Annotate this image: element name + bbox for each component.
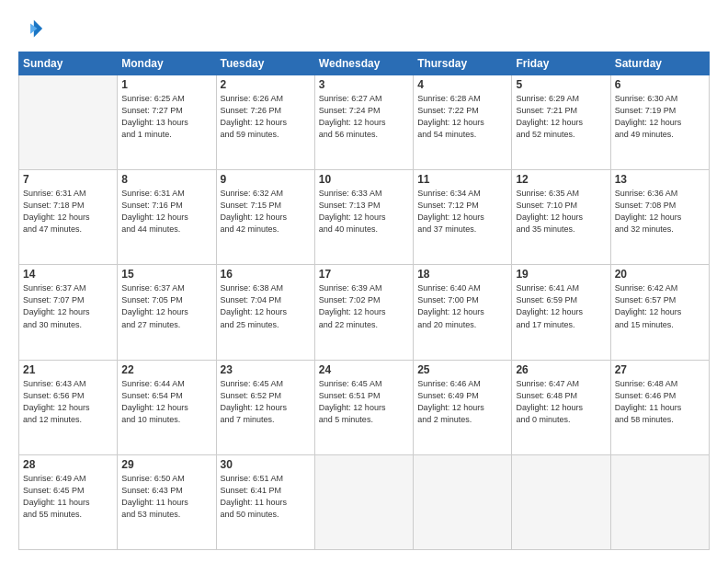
calendar-cell: 22Sunrise: 6:44 AM Sunset: 6:54 PM Dayli…	[118, 360, 216, 454]
day-number: 18	[417, 268, 507, 281]
day-number: 8	[121, 173, 211, 186]
calendar-cell: 11Sunrise: 6:34 AM Sunset: 7:12 PM Dayli…	[414, 170, 512, 265]
calendar-cell: 20Sunrise: 6:42 AM Sunset: 6:57 PM Dayli…	[610, 265, 709, 360]
page: SundayMondayTuesdayWednesdayThursdayFrid…	[0, 0, 728, 563]
day-number: 4	[417, 78, 507, 91]
calendar-cell: 17Sunrise: 6:39 AM Sunset: 7:02 PM Dayli…	[314, 265, 413, 360]
day-info: Sunrise: 6:45 AM Sunset: 6:51 PM Dayligh…	[319, 378, 409, 426]
weekday-header-row: SundayMondayTuesdayWednesdayThursdayFrid…	[19, 52, 710, 75]
day-info: Sunrise: 6:30 AM Sunset: 7:19 PM Dayligh…	[615, 93, 705, 141]
calendar-cell: 26Sunrise: 6:47 AM Sunset: 6:48 PM Dayli…	[512, 360, 610, 454]
calendar-week-1: 1Sunrise: 6:25 AM Sunset: 7:27 PM Daylig…	[19, 75, 710, 170]
day-number: 27	[615, 363, 705, 376]
day-info: Sunrise: 6:31 AM Sunset: 7:16 PM Dayligh…	[121, 188, 211, 236]
calendar-cell: 13Sunrise: 6:36 AM Sunset: 7:08 PM Dayli…	[610, 170, 709, 265]
calendar-cell: 10Sunrise: 6:33 AM Sunset: 7:13 PM Dayli…	[314, 170, 413, 265]
calendar-cell: 15Sunrise: 6:37 AM Sunset: 7:05 PM Dayli…	[118, 265, 216, 360]
calendar-cell: 29Sunrise: 6:50 AM Sunset: 6:43 PM Dayli…	[118, 454, 216, 549]
calendar-cell	[19, 75, 118, 170]
day-info: Sunrise: 6:33 AM Sunset: 7:13 PM Dayligh…	[319, 188, 409, 236]
day-number: 5	[516, 78, 606, 91]
calendar-cell: 7Sunrise: 6:31 AM Sunset: 7:18 PM Daylig…	[19, 170, 118, 265]
calendar-cell: 27Sunrise: 6:48 AM Sunset: 6:46 PM Dayli…	[610, 360, 709, 454]
day-info: Sunrise: 6:42 AM Sunset: 6:57 PM Dayligh…	[615, 282, 705, 330]
day-number: 12	[516, 173, 606, 186]
day-info: Sunrise: 6:26 AM Sunset: 7:26 PM Dayligh…	[221, 93, 311, 141]
day-number: 25	[417, 363, 507, 376]
calendar-week-3: 14Sunrise: 6:37 AM Sunset: 7:07 PM Dayli…	[19, 265, 710, 360]
day-info: Sunrise: 6:28 AM Sunset: 7:22 PM Dayligh…	[417, 93, 507, 141]
day-info: Sunrise: 6:44 AM Sunset: 6:54 PM Dayligh…	[121, 378, 211, 426]
day-info: Sunrise: 6:37 AM Sunset: 7:05 PM Dayligh…	[121, 282, 211, 330]
day-number: 26	[516, 363, 606, 376]
day-number: 21	[23, 363, 113, 376]
day-info: Sunrise: 6:48 AM Sunset: 6:46 PM Dayligh…	[615, 378, 705, 426]
calendar-cell: 16Sunrise: 6:38 AM Sunset: 7:04 PM Dayli…	[216, 265, 314, 360]
day-number: 13	[615, 173, 705, 186]
calendar-cell: 12Sunrise: 6:35 AM Sunset: 7:10 PM Dayli…	[512, 170, 610, 265]
calendar-cell: 5Sunrise: 6:29 AM Sunset: 7:21 PM Daylig…	[512, 75, 610, 170]
day-number: 11	[417, 173, 507, 186]
logo-icon	[18, 17, 44, 42]
day-number: 7	[23, 173, 113, 186]
day-number: 30	[221, 458, 311, 471]
day-info: Sunrise: 6:46 AM Sunset: 6:49 PM Dayligh…	[417, 378, 507, 426]
calendar-cell: 19Sunrise: 6:41 AM Sunset: 6:59 PM Dayli…	[512, 265, 610, 360]
logo	[18, 17, 48, 42]
day-info: Sunrise: 6:25 AM Sunset: 7:27 PM Dayligh…	[121, 93, 211, 141]
day-number: 10	[319, 173, 409, 186]
day-info: Sunrise: 6:40 AM Sunset: 7:00 PM Dayligh…	[417, 282, 507, 330]
day-info: Sunrise: 6:51 AM Sunset: 6:41 PM Dayligh…	[221, 473, 311, 521]
day-info: Sunrise: 6:36 AM Sunset: 7:08 PM Dayligh…	[615, 188, 705, 236]
calendar-cell	[610, 454, 709, 549]
calendar-cell	[414, 454, 512, 549]
day-number: 28	[23, 458, 113, 471]
day-info: Sunrise: 6:50 AM Sunset: 6:43 PM Dayligh…	[121, 473, 211, 521]
day-number: 16	[221, 268, 311, 281]
day-number: 14	[23, 268, 113, 281]
calendar-cell: 3Sunrise: 6:27 AM Sunset: 7:24 PM Daylig…	[314, 75, 413, 170]
day-info: Sunrise: 6:37 AM Sunset: 7:07 PM Dayligh…	[23, 282, 113, 330]
day-info: Sunrise: 6:38 AM Sunset: 7:04 PM Dayligh…	[221, 282, 311, 330]
day-info: Sunrise: 6:41 AM Sunset: 6:59 PM Dayligh…	[516, 282, 606, 330]
calendar-cell: 23Sunrise: 6:45 AM Sunset: 6:52 PM Dayli…	[216, 360, 314, 454]
weekday-header-wednesday: Wednesday	[314, 52, 413, 75]
day-info: Sunrise: 6:32 AM Sunset: 7:15 PM Dayligh…	[221, 188, 311, 236]
day-number: 2	[221, 78, 311, 91]
day-info: Sunrise: 6:47 AM Sunset: 6:48 PM Dayligh…	[516, 378, 606, 426]
header	[18, 17, 710, 42]
weekday-header-tuesday: Tuesday	[216, 52, 314, 75]
calendar-cell: 25Sunrise: 6:46 AM Sunset: 6:49 PM Dayli…	[414, 360, 512, 454]
day-info: Sunrise: 6:34 AM Sunset: 7:12 PM Dayligh…	[417, 188, 507, 236]
day-number: 6	[615, 78, 705, 91]
calendar-cell: 8Sunrise: 6:31 AM Sunset: 7:16 PM Daylig…	[118, 170, 216, 265]
weekday-header-thursday: Thursday	[414, 52, 512, 75]
calendar-week-2: 7Sunrise: 6:31 AM Sunset: 7:18 PM Daylig…	[19, 170, 710, 265]
calendar-cell	[314, 454, 413, 549]
day-number: 23	[221, 363, 311, 376]
day-number: 15	[121, 268, 211, 281]
day-number: 29	[121, 458, 211, 471]
day-info: Sunrise: 6:43 AM Sunset: 6:56 PM Dayligh…	[23, 378, 113, 426]
calendar-cell: 2Sunrise: 6:26 AM Sunset: 7:26 PM Daylig…	[216, 75, 314, 170]
calendar-cell: 14Sunrise: 6:37 AM Sunset: 7:07 PM Dayli…	[19, 265, 118, 360]
calendar-cell: 9Sunrise: 6:32 AM Sunset: 7:15 PM Daylig…	[216, 170, 314, 265]
day-info: Sunrise: 6:27 AM Sunset: 7:24 PM Dayligh…	[319, 93, 409, 141]
calendar-cell: 30Sunrise: 6:51 AM Sunset: 6:41 PM Dayli…	[216, 454, 314, 549]
day-number: 20	[615, 268, 705, 281]
day-number: 22	[121, 363, 211, 376]
weekday-header-saturday: Saturday	[610, 52, 709, 75]
calendar-cell: 18Sunrise: 6:40 AM Sunset: 7:00 PM Dayli…	[414, 265, 512, 360]
day-info: Sunrise: 6:49 AM Sunset: 6:45 PM Dayligh…	[23, 473, 113, 521]
weekday-header-monday: Monday	[118, 52, 216, 75]
calendar-cell: 21Sunrise: 6:43 AM Sunset: 6:56 PM Dayli…	[19, 360, 118, 454]
calendar-cell: 28Sunrise: 6:49 AM Sunset: 6:45 PM Dayli…	[19, 454, 118, 549]
day-info: Sunrise: 6:31 AM Sunset: 7:18 PM Dayligh…	[23, 188, 113, 236]
calendar-table: SundayMondayTuesdayWednesdayThursdayFrid…	[18, 52, 710, 550]
day-number: 24	[319, 363, 409, 376]
calendar-cell	[512, 454, 610, 549]
calendar-week-5: 28Sunrise: 6:49 AM Sunset: 6:45 PM Dayli…	[19, 454, 710, 549]
calendar-cell: 6Sunrise: 6:30 AM Sunset: 7:19 PM Daylig…	[610, 75, 709, 170]
calendar-cell: 24Sunrise: 6:45 AM Sunset: 6:51 PM Dayli…	[314, 360, 413, 454]
day-number: 17	[319, 268, 409, 281]
